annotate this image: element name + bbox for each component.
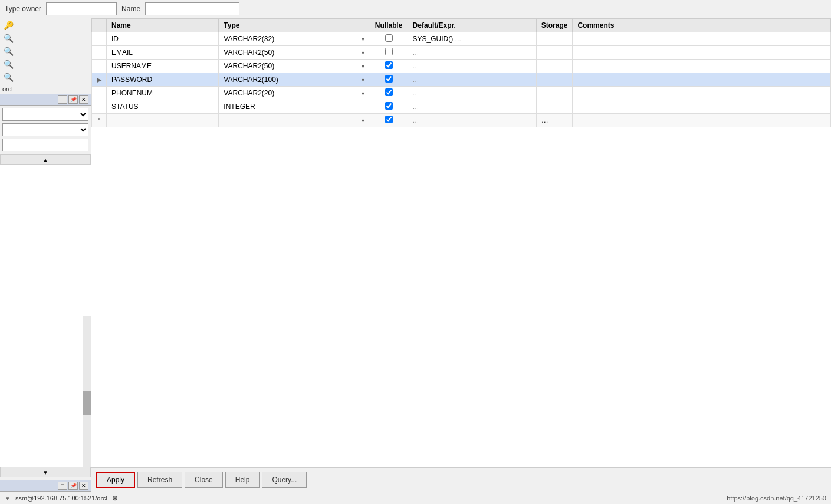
col-type[interactable]: Type <box>219 19 360 32</box>
pin-icon[interactable]: ⊕ <box>112 494 118 502</box>
search-icon-2[interactable]: 🔍 <box>2 45 14 57</box>
cell-nullable[interactable] <box>370 46 408 60</box>
cell-default-expr[interactable]: … <box>408 87 536 100</box>
col-comments[interactable]: Comments <box>573 19 831 32</box>
cell-default-expr[interactable]: … <box>408 114 536 127</box>
panel2-minimize-btn[interactable]: □ <box>58 482 67 490</box>
table-row: EMAILVARCHAR2(50)▾ … <box>92 46 831 60</box>
scroll-down-btn[interactable]: ▼ <box>0 467 91 477</box>
cell-type[interactable] <box>219 114 360 127</box>
sidebar-input[interactable] <box>2 139 88 151</box>
cell-dropdown[interactable]: ▾ <box>360 32 370 46</box>
cell-name[interactable]: PASSWORD <box>107 73 219 87</box>
key-icon[interactable]: 🔑 <box>2 19 14 31</box>
cell-comments[interactable] <box>573 100 831 114</box>
cell-type[interactable]: VARCHAR2(50) <box>219 46 360 60</box>
cell-dropdown[interactable]: ▾ <box>360 46 370 60</box>
panel2-controls: □ 📌 ✕ <box>0 480 91 492</box>
cell-name[interactable] <box>107 114 219 127</box>
name-input[interactable] <box>145 2 239 15</box>
search-icon-1[interactable]: 🔍 <box>2 32 14 44</box>
close-button[interactable]: Close <box>185 472 223 488</box>
scrollbar-track[interactable] <box>83 316 91 467</box>
table-wrapper[interactable]: Name Type Nullable Default/Expr. Storage… <box>91 18 831 467</box>
refresh-button[interactable]: Refresh <box>137 472 182 488</box>
search-icon-3[interactable]: 🔍 <box>2 58 14 70</box>
cell-name[interactable]: EMAIL <box>107 46 219 60</box>
cell-default-expr[interactable]: SYS_GUID() … <box>408 32 536 46</box>
cell-storage <box>536 73 573 87</box>
name-label: Name <box>121 5 140 13</box>
cell-nullable[interactable] <box>370 60 408 73</box>
cell-type[interactable]: VARCHAR2(50) <box>219 60 360 73</box>
cell-nullable[interactable] <box>370 73 408 87</box>
cell-default-expr[interactable]: … <box>408 60 536 73</box>
panel1-close-btn[interactable]: ✕ <box>79 95 88 104</box>
table-row: IDVARCHAR2(32)▾SYS_GUID() … <box>92 32 831 46</box>
cell-dropdown[interactable] <box>360 100 370 114</box>
cell-dropdown[interactable]: ▾ <box>360 73 370 87</box>
cell-name[interactable]: PHONENUM <box>107 87 219 100</box>
help-button[interactable]: Help <box>225 472 260 488</box>
cell-default-expr[interactable]: … <box>408 100 536 114</box>
tree-scroll[interactable] <box>0 165 91 316</box>
cell-type[interactable]: VARCHAR2(100) <box>219 73 360 87</box>
row-indicator <box>92 46 107 60</box>
status-connection: ssm@192.168.75.100:1521/orcl <box>15 495 107 502</box>
nullable-checkbox[interactable] <box>385 116 393 123</box>
table-row: *▾ …… <box>92 114 831 127</box>
col-nullable[interactable]: Nullable <box>370 19 408 32</box>
search-icon-4[interactable]: 🔍 <box>2 71 14 83</box>
type-owner-label: Type owner <box>5 5 41 13</box>
cell-nullable[interactable] <box>370 32 408 46</box>
cell-dropdown[interactable]: ▾ <box>360 60 370 73</box>
sidebar-select-2[interactable] <box>2 123 88 136</box>
row-indicator: ▶ <box>92 73 107 87</box>
cell-dropdown[interactable]: ▾ <box>360 87 370 100</box>
cell-dropdown[interactable]: ▾ <box>360 114 370 127</box>
table-area: Name Type Nullable Default/Expr. Storage… <box>91 18 831 492</box>
panel2-close-btn[interactable]: ✕ <box>79 482 88 490</box>
nullable-checkbox[interactable] <box>385 102 393 110</box>
panel1-pin-btn[interactable]: 📌 <box>68 95 78 104</box>
cell-type[interactable]: VARCHAR2(20) <box>219 87 360 100</box>
status-arrow[interactable]: ▼ <box>5 495 11 502</box>
cell-nullable[interactable] <box>370 100 408 114</box>
scroll-up-btn[interactable]: ▲ <box>0 154 91 165</box>
panel2-pin-btn[interactable]: 📌 <box>68 482 78 490</box>
query-button[interactable]: Query... <box>262 472 307 488</box>
col-name[interactable]: Name <box>107 19 219 32</box>
scrollbar-thumb[interactable] <box>83 391 91 415</box>
col-storage[interactable]: Storage <box>536 19 573 32</box>
panel1-minimize-btn[interactable]: □ <box>58 95 67 104</box>
cell-type[interactable]: VARCHAR2(32) <box>219 32 360 46</box>
sidebar-select-1[interactable] <box>2 108 88 121</box>
type-owner-input[interactable] <box>46 2 117 15</box>
cell-name[interactable]: ID <box>107 32 219 46</box>
cell-nullable[interactable] <box>370 114 408 127</box>
cell-name[interactable]: STATUS <box>107 100 219 114</box>
nullable-checkbox[interactable] <box>385 61 393 69</box>
panel1-controls: □ 📌 ✕ <box>0 94 91 106</box>
cell-comments[interactable] <box>573 32 831 46</box>
nullable-checkbox[interactable] <box>385 75 393 83</box>
cell-nullable[interactable] <box>370 87 408 100</box>
cell-comments[interactable] <box>573 73 831 87</box>
cell-comments[interactable] <box>573 46 831 60</box>
cell-default-expr[interactable]: … <box>408 73 536 87</box>
nullable-checkbox[interactable] <box>385 88 393 96</box>
row-indicator: * <box>92 114 107 127</box>
row-indicator <box>92 87 107 100</box>
cell-name[interactable]: USERNAME <box>107 60 219 73</box>
cell-comments[interactable] <box>573 60 831 73</box>
cell-default-expr[interactable]: … <box>408 46 536 60</box>
cell-type[interactable]: INTEGER <box>219 100 360 114</box>
nullable-checkbox[interactable] <box>385 48 393 55</box>
cell-comments[interactable] <box>573 114 831 127</box>
nullable-checkbox[interactable] <box>385 34 393 42</box>
apply-button[interactable]: Apply <box>96 472 135 488</box>
left-sidebar: 🔑 🔍 🔍 🔍 🔍 ord □ 📌 ✕ ▲ <box>0 18 91 492</box>
col-default-expr[interactable]: Default/Expr. <box>408 19 536 32</box>
cell-comments[interactable] <box>573 87 831 100</box>
cell-storage <box>536 100 573 114</box>
